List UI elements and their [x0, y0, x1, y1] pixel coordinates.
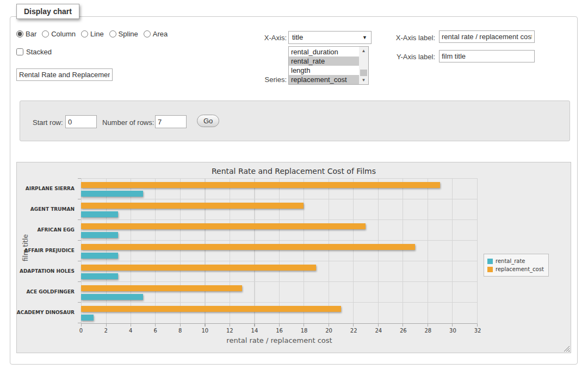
category-band	[81, 220, 477, 241]
legend-label: replacement_cost	[496, 266, 544, 272]
legend-label: rental_rate	[496, 258, 525, 264]
scroll-down-icon[interactable]: ▼	[359, 76, 368, 84]
radio-label: Area	[153, 30, 168, 38]
category-label: ACE GOLDFINGER	[17, 281, 78, 302]
num-rows-input[interactable]	[155, 115, 187, 128]
series-listbox-label: Series:	[228, 76, 287, 84]
category-label: AIRPLANE SIERRA	[17, 178, 78, 199]
radio-label: Line	[90, 30, 104, 38]
y-axis-label-label: Y-Axis label:	[354, 53, 435, 61]
legend-item-rental_rate[interactable]: rental_rate	[487, 257, 544, 265]
category-label: AFRICAN EGG	[17, 220, 78, 240]
bar-replacement_cost[interactable]	[81, 306, 341, 312]
x-tick-label: 10	[201, 328, 208, 334]
x-tick-label: 22	[350, 328, 357, 334]
x-tick-label: 0	[79, 328, 83, 334]
category-band	[81, 303, 477, 323]
stacked-checkbox[interactable]	[16, 48, 23, 55]
bar-replacement_cost[interactable]	[81, 223, 366, 229]
category-label: AFFAIR PREJUDICE	[17, 240, 78, 261]
bar-replacement_cost[interactable]	[81, 285, 242, 291]
radio-label: Spline	[119, 30, 138, 38]
x-axis-selected-value: title	[292, 33, 303, 41]
category-labels: AIRPLANE SIERRAAGENT TRUMANAFRICAN EGGAF…	[17, 178, 78, 323]
bar-rental_rate[interactable]	[81, 315, 94, 321]
chart-container: Rental Rate and Replacement Cost of Film…	[16, 162, 571, 353]
x-tick-label: 24	[375, 328, 382, 334]
series-option-replacement_cost[interactable]: replacement_cost	[289, 75, 359, 84]
go-button[interactable]: Go	[197, 115, 219, 127]
bar-rental_rate[interactable]	[81, 294, 143, 300]
start-row-input[interactable]	[65, 115, 97, 128]
x-tick-label: 12	[226, 328, 233, 334]
x-tick-label: 14	[251, 328, 258, 334]
x-axis-select-label: X-Axis:	[228, 34, 287, 42]
series-option-rental_duration[interactable]: rental_duration	[289, 47, 359, 57]
radio-bar[interactable]	[16, 30, 23, 37]
num-rows-label: Number of rows:	[102, 118, 154, 127]
series-listbox[interactable]: rental_durationrental_ratelengthreplacem…	[288, 46, 369, 85]
bar-replacement_cost[interactable]	[81, 203, 304, 209]
x-tick-label: 4	[129, 328, 132, 334]
bar-replacement_cost[interactable]	[81, 244, 415, 250]
bar-replacement_cost[interactable]	[81, 182, 440, 188]
series-option-rental_rate[interactable]: rental_rate	[289, 57, 359, 66]
category-label: ADAPTATION HOLES	[17, 261, 78, 281]
chart-legend: rental_ratereplacement_cost	[484, 254, 549, 277]
x-tick-label: 32	[474, 328, 481, 334]
start-row-label: Start row:	[33, 118, 63, 127]
x-axis-label-label: X-Axis label:	[354, 34, 435, 42]
x-tick-label: 8	[178, 328, 182, 334]
bar-rental_rate[interactable]	[81, 273, 118, 279]
bar-replacement_cost[interactable]	[81, 265, 316, 271]
x-axis-title: rental rate / replacement cost	[81, 336, 478, 344]
chart-title-input[interactable]	[16, 68, 113, 81]
chart-type-column[interactable]: Column	[42, 30, 76, 38]
radio-spline[interactable]	[109, 30, 116, 37]
x-tick-label: 16	[276, 328, 283, 334]
category-band	[81, 282, 477, 303]
x-tick-label: 20	[325, 328, 332, 334]
category-label: ACADEMY DINOSAUR	[17, 302, 78, 323]
chart-type-radios: BarColumnLineSplineArea	[16, 30, 168, 38]
chart-title: Rental Rate and Replacement Cost of Film…	[17, 167, 571, 175]
legend-swatch	[487, 267, 493, 272]
bar-rental_rate[interactable]	[81, 211, 118, 217]
fieldset-legend: Display chart	[16, 4, 79, 19]
plot-area	[81, 178, 478, 324]
radio-label: Column	[51, 30, 76, 38]
bar-rental_rate[interactable]	[81, 232, 118, 238]
radio-column[interactable]	[42, 30, 49, 37]
legend-swatch	[487, 259, 493, 264]
category-band	[81, 261, 477, 282]
radio-label: Bar	[26, 30, 36, 38]
x-tick-label: 18	[301, 328, 308, 334]
radio-area[interactable]	[144, 30, 151, 37]
x-tick-label: 28	[425, 328, 432, 334]
category-label: AGENT TRUMAN	[17, 199, 78, 220]
x-tick-labels: 02468101214161820222426283032	[81, 328, 478, 334]
x-tick-label: 30	[449, 328, 456, 334]
x-axis-ticks	[81, 324, 478, 327]
bar-rental_rate[interactable]	[81, 191, 143, 197]
legend-item-replacement_cost[interactable]: replacement_cost	[487, 265, 544, 273]
stacked-label: Stacked	[26, 48, 52, 56]
x-axis-label-input[interactable]	[439, 30, 535, 43]
chart-type-area[interactable]: Area	[144, 30, 168, 38]
x-tick-label: 6	[154, 328, 157, 334]
bar-rental_rate[interactable]	[81, 253, 118, 259]
series-option-length[interactable]: length	[289, 66, 359, 75]
stacked-checkbox-row[interactable]: Stacked	[16, 48, 52, 56]
category-band	[81, 199, 477, 220]
y-axis-label-input[interactable]	[439, 50, 535, 62]
category-band	[81, 179, 477, 199]
radio-line[interactable]	[81, 30, 88, 37]
resize-handle-icon[interactable]	[564, 346, 570, 352]
category-band	[81, 241, 477, 261]
chart-type-bar[interactable]: Bar	[16, 30, 36, 38]
x-tick-label: 2	[104, 328, 107, 334]
x-tick-label: 26	[400, 328, 407, 334]
series-options: rental_durationrental_ratelengthreplacem…	[289, 47, 359, 84]
chart-type-spline[interactable]: Spline	[109, 30, 138, 38]
chart-type-line[interactable]: Line	[81, 30, 104, 38]
